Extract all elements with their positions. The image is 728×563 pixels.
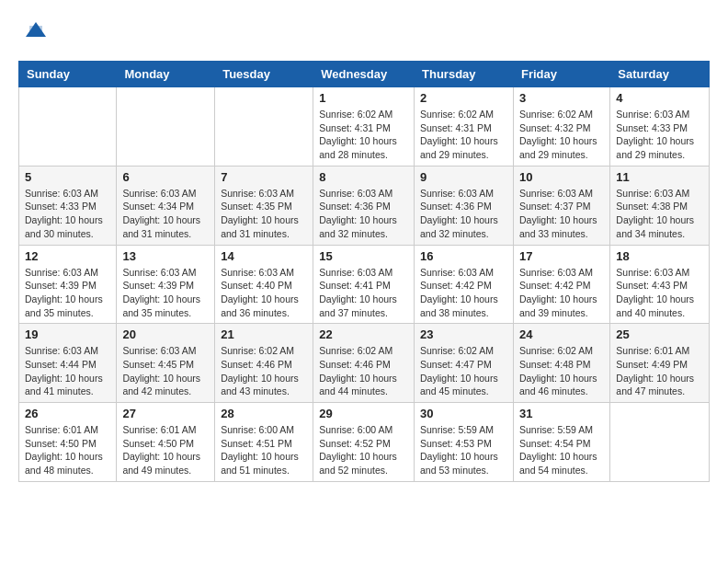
day-info: Sunrise: 6:03 AM Sunset: 4:41 PM Dayligh… [319,266,408,320]
day-info: Sunrise: 6:03 AM Sunset: 4:33 PM Dayligh… [616,108,703,162]
day-info: Sunrise: 6:03 AM Sunset: 4:39 PM Dayligh… [25,266,110,320]
day-number: 30 [420,407,507,420]
day-number: 21 [221,327,307,341]
day-number: 20 [122,327,209,341]
day-info: Sunrise: 6:00 AM Sunset: 4:51 PM Dayligh… [221,423,307,477]
calendar-cell: 11Sunrise: 6:03 AM Sunset: 4:38 PM Dayli… [610,166,710,245]
day-number: 14 [221,249,307,263]
day-info: Sunrise: 6:01 AM Sunset: 4:49 PM Dayligh… [616,344,703,398]
day-number: 1 [319,91,408,105]
calendar-week-2: 5Sunrise: 6:03 AM Sunset: 4:33 PM Daylig… [19,166,710,245]
day-info: Sunrise: 6:03 AM Sunset: 4:33 PM Dayligh… [25,187,110,241]
day-info: Sunrise: 6:03 AM Sunset: 4:45 PM Dayligh… [122,344,209,398]
day-info: Sunrise: 6:01 AM Sunset: 4:50 PM Dayligh… [122,423,209,477]
day-number: 24 [519,327,604,341]
day-number: 13 [122,249,209,263]
day-number: 28 [221,407,307,420]
calendar-cell: 29Sunrise: 6:00 AM Sunset: 4:52 PM Dayli… [313,403,415,482]
day-info: Sunrise: 6:03 AM Sunset: 4:36 PM Dayligh… [420,187,507,241]
day-number: 11 [616,170,703,184]
day-info: Sunrise: 6:02 AM Sunset: 4:31 PM Dayligh… [420,108,507,162]
calendar-cell: 13Sunrise: 6:03 AM Sunset: 4:39 PM Dayli… [117,245,215,324]
weekday-header-friday: Friday [513,62,609,87]
calendar-table: SundayMondayTuesdayWednesdayThursdayFrid… [18,61,710,482]
day-number: 19 [25,327,110,341]
day-number: 16 [420,249,507,263]
day-number: 18 [616,249,703,263]
day-number: 6 [122,170,209,184]
day-info: Sunrise: 6:03 AM Sunset: 4:37 PM Dayligh… [519,187,604,241]
calendar-cell: 15Sunrise: 6:03 AM Sunset: 4:41 PM Dayli… [313,245,415,324]
calendar-cell [117,87,215,167]
calendar-week-4: 19Sunrise: 6:03 AM Sunset: 4:44 PM Dayli… [19,324,710,403]
day-number: 10 [519,170,604,184]
day-info: Sunrise: 6:03 AM Sunset: 4:42 PM Dayligh… [519,266,604,320]
calendar-cell: 4Sunrise: 6:03 AM Sunset: 4:33 PM Daylig… [610,87,710,167]
day-info: Sunrise: 6:03 AM Sunset: 4:40 PM Dayligh… [221,266,307,320]
day-info: Sunrise: 6:03 AM Sunset: 4:42 PM Dayligh… [420,266,507,320]
calendar-cell: 14Sunrise: 6:03 AM Sunset: 4:40 PM Dayli… [215,245,313,324]
day-number: 3 [519,91,604,105]
calendar-cell: 26Sunrise: 6:01 AM Sunset: 4:50 PM Dayli… [19,403,117,482]
calendar-cell: 18Sunrise: 6:03 AM Sunset: 4:43 PM Dayli… [610,245,710,324]
day-number: 4 [616,91,703,105]
calendar-cell: 19Sunrise: 6:03 AM Sunset: 4:44 PM Dayli… [19,324,117,403]
calendar-cell: 21Sunrise: 6:02 AM Sunset: 4:46 PM Dayli… [215,324,313,403]
day-info: Sunrise: 6:03 AM Sunset: 4:39 PM Dayligh… [122,266,209,320]
calendar-cell [19,87,117,167]
day-number: 12 [25,249,110,263]
calendar-cell: 7Sunrise: 6:03 AM Sunset: 4:35 PM Daylig… [215,166,313,245]
page-header [18,18,710,46]
calendar-cell: 10Sunrise: 6:03 AM Sunset: 4:37 PM Dayli… [513,166,609,245]
day-info: Sunrise: 6:02 AM Sunset: 4:46 PM Dayligh… [221,344,307,398]
calendar-cell: 5Sunrise: 6:03 AM Sunset: 4:33 PM Daylig… [19,166,117,245]
day-info: Sunrise: 6:02 AM Sunset: 4:31 PM Dayligh… [319,108,408,162]
calendar-week-3: 12Sunrise: 6:03 AM Sunset: 4:39 PM Dayli… [19,245,710,324]
day-info: Sunrise: 6:03 AM Sunset: 4:35 PM Dayligh… [221,187,307,241]
day-info: Sunrise: 5:59 AM Sunset: 4:54 PM Dayligh… [519,423,604,477]
calendar-cell: 9Sunrise: 6:03 AM Sunset: 4:36 PM Daylig… [415,166,514,245]
day-number: 8 [319,170,408,184]
day-number: 15 [319,249,408,263]
calendar-cell: 3Sunrise: 6:02 AM Sunset: 4:32 PM Daylig… [513,87,609,167]
weekday-header-row: SundayMondayTuesdayWednesdayThursdayFrid… [19,62,710,87]
day-number: 17 [519,249,604,263]
weekday-header-monday: Monday [117,62,215,87]
weekday-header-tuesday: Tuesday [215,62,313,87]
day-number: 27 [122,407,209,420]
day-info: Sunrise: 6:03 AM Sunset: 4:44 PM Dayligh… [25,344,110,398]
calendar-cell: 16Sunrise: 6:03 AM Sunset: 4:42 PM Dayli… [415,245,514,324]
weekday-header-thursday: Thursday [415,62,514,87]
calendar-cell: 28Sunrise: 6:00 AM Sunset: 4:51 PM Dayli… [215,403,313,482]
calendar-cell: 31Sunrise: 5:59 AM Sunset: 4:54 PM Dayli… [513,403,609,482]
calendar-cell [215,87,313,167]
weekday-header-sunday: Sunday [19,62,117,87]
calendar-cell: 2Sunrise: 6:02 AM Sunset: 4:31 PM Daylig… [415,87,514,167]
day-info: Sunrise: 6:03 AM Sunset: 4:36 PM Dayligh… [319,187,408,241]
day-number: 26 [25,407,110,420]
day-info: Sunrise: 5:59 AM Sunset: 4:53 PM Dayligh… [420,423,507,477]
day-number: 29 [319,407,408,420]
calendar-cell: 1Sunrise: 6:02 AM Sunset: 4:31 PM Daylig… [313,87,415,167]
weekday-header-wednesday: Wednesday [313,62,415,87]
day-info: Sunrise: 6:03 AM Sunset: 4:43 PM Dayligh… [616,266,703,320]
day-number: 31 [519,407,604,420]
calendar-week-1: 1Sunrise: 6:02 AM Sunset: 4:31 PM Daylig… [19,87,710,167]
day-info: Sunrise: 6:02 AM Sunset: 4:47 PM Dayligh… [420,344,507,398]
day-info: Sunrise: 6:02 AM Sunset: 4:48 PM Dayligh… [519,344,604,398]
weekday-header-saturday: Saturday [610,62,710,87]
calendar-week-5: 26Sunrise: 6:01 AM Sunset: 4:50 PM Dayli… [19,403,710,482]
calendar-cell: 24Sunrise: 6:02 AM Sunset: 4:48 PM Dayli… [513,324,609,403]
day-info: Sunrise: 6:02 AM Sunset: 4:32 PM Dayligh… [519,108,604,162]
svg-marker-1 [26,22,46,37]
calendar-cell: 22Sunrise: 6:02 AM Sunset: 4:46 PM Dayli… [313,324,415,403]
calendar-cell: 17Sunrise: 6:03 AM Sunset: 4:42 PM Dayli… [513,245,609,324]
logo-icon [22,18,50,46]
day-info: Sunrise: 6:03 AM Sunset: 4:34 PM Dayligh… [122,187,209,241]
day-number: 2 [420,91,507,105]
day-info: Sunrise: 6:00 AM Sunset: 4:52 PM Dayligh… [319,423,408,477]
calendar-cell: 20Sunrise: 6:03 AM Sunset: 4:45 PM Dayli… [117,324,215,403]
calendar-cell: 23Sunrise: 6:02 AM Sunset: 4:47 PM Dayli… [415,324,514,403]
logo [18,18,50,46]
day-number: 23 [420,327,507,341]
